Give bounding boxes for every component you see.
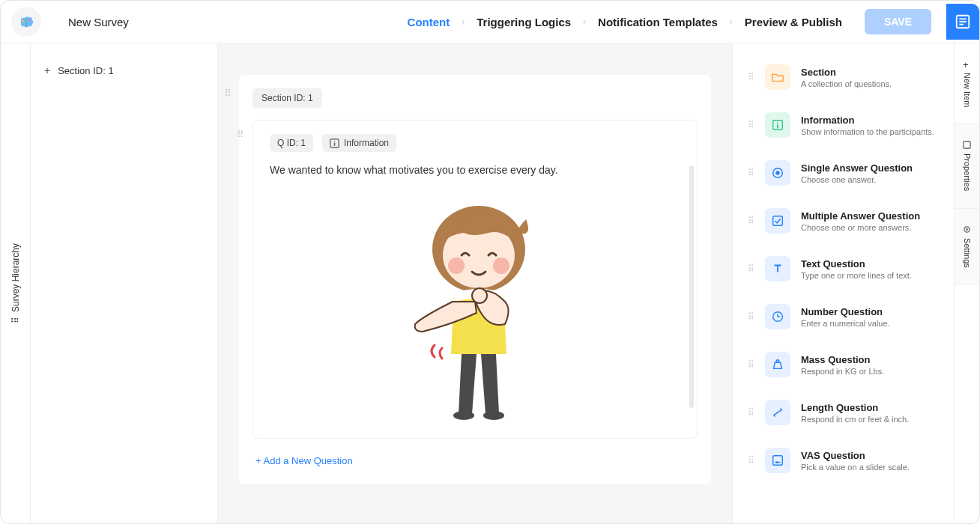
info-icon	[765, 112, 790, 138]
survey-canvas: ⠿ Section ID: 1 ⠿ Q ID: 1 Information	[218, 43, 732, 523]
section-id-badge: Section ID: 1	[252, 88, 322, 108]
svg-point-15	[483, 411, 504, 420]
item-text: Multiple Answer QuestionChoose one or mo…	[801, 210, 920, 232]
item-desc: Choose one or more answers.	[801, 223, 920, 232]
item-desc: Respond in cm or feet & inch.	[801, 415, 909, 424]
item-row-number[interactable]: ⠿Number QuestionEnter a numerical value.	[748, 304, 942, 329]
list-panel-icon	[955, 13, 971, 30]
question-text: We wanted to know what motivates you to …	[270, 164, 680, 176]
item-row-info[interactable]: ⠿InformationShow information to the part…	[748, 112, 942, 138]
survey-title: New Survey	[68, 16, 129, 28]
text-icon	[765, 256, 790, 281]
number-icon	[765, 304, 790, 329]
exercise-girl-icon	[393, 197, 557, 421]
item-text: Length QuestionRespond in cm or feet & i…	[801, 402, 909, 424]
folder-icon	[765, 64, 790, 90]
tab-content[interactable]: Content	[396, 16, 462, 28]
item-desc: Type one or more lines of text.	[801, 271, 912, 280]
item-row-text[interactable]: ⠿Text QuestionType one or more lines of …	[748, 256, 942, 281]
survey-hierarchy-panel: + Section ID: 1	[31, 43, 218, 523]
question-id-badge: Q ID: 1	[270, 134, 313, 152]
mass-icon	[765, 352, 790, 377]
item-text: InformationShow information to the parti…	[801, 115, 934, 136]
item-drag-handle[interactable]: ⠿	[748, 73, 754, 82]
check-icon	[765, 208, 790, 234]
item-drag-handle[interactable]: ⠿	[748, 456, 754, 465]
svg-point-0	[22, 20, 25, 22]
plus-icon: +	[44, 64, 50, 76]
question-type-badge: Information	[322, 134, 396, 152]
item-title: Single Answer Question	[801, 162, 913, 174]
save-button[interactable]: SAVE	[865, 9, 931, 34]
right-tab-label: Properties	[963, 153, 972, 191]
panel-toggle-button[interactable]	[946, 4, 979, 40]
hierarchy-icon: ⠿	[10, 317, 21, 323]
item-title: Mass Question	[801, 354, 884, 365]
right-tab-label: New Item	[963, 73, 972, 107]
right-tab-properties[interactable]: Properties	[955, 124, 979, 208]
main-layout: ⠿ Survey Hierarchy + Section ID: 1 ⠿ Sec…	[1, 43, 979, 523]
svg-point-12	[493, 258, 509, 274]
item-row-radio[interactable]: ⠿Single Answer QuestionChoose one answer…	[748, 160, 942, 186]
svg-rect-21	[773, 216, 783, 226]
item-drag-handle[interactable]: ⠿	[748, 312, 754, 321]
left-rail-label: ⠿ Survey Hierarchy	[10, 243, 21, 323]
plus-icon: +	[963, 60, 971, 68]
question-card[interactable]: ⠿ Q ID: 1 Information We wanted to know …	[252, 120, 698, 439]
item-title: Text Question	[801, 258, 912, 269]
item-desc: Choose one answer.	[801, 175, 913, 184]
item-row-vas[interactable]: ⠿VAS QuestionPick a value on a slider sc…	[748, 448, 942, 473]
add-question-button[interactable]: + Add a New Question	[252, 455, 698, 466]
hierarchy-section-item[interactable]: + Section ID: 1	[44, 64, 204, 76]
item-row-length[interactable]: ⠿Length QuestionRespond in cm or feet & …	[748, 400, 942, 425]
question-drag-handle[interactable]: ⠿	[237, 130, 244, 139]
svg-rect-24	[773, 456, 783, 466]
item-desc: Show information to the participants.	[801, 127, 934, 136]
tab-notification-templates[interactable]: Notification Templates	[586, 16, 730, 28]
right-tab-settings[interactable]: Settings	[955, 209, 979, 285]
item-text: VAS QuestionPick a value on a slider sca…	[801, 450, 910, 472]
left-rail[interactable]: ⠿ Survey Hierarchy	[1, 43, 31, 523]
item-text: SectionA collection of questions.	[801, 67, 892, 88]
item-title: Information	[801, 115, 934, 126]
item-row-folder[interactable]: ⠿SectionA collection of questions.	[748, 64, 942, 90]
item-title: Multiple Answer Question	[801, 210, 920, 222]
svg-point-11	[448, 258, 465, 274]
svg-point-14	[453, 411, 474, 420]
item-desc: Enter a numerical value.	[801, 319, 890, 328]
item-drag-handle[interactable]: ⠿	[748, 360, 754, 369]
item-text: Mass QuestionRespond in KG or Lbs.	[801, 354, 884, 376]
item-drag-handle[interactable]: ⠿	[748, 216, 754, 225]
item-row-mass[interactable]: ⠿Mass QuestionRespond in KG or Lbs.	[748, 352, 942, 377]
svg-point-1	[28, 19, 31, 22]
question-header: Q ID: 1 Information	[270, 134, 680, 152]
item-text: Number QuestionEnter a numerical value.	[801, 306, 890, 328]
tab-triggering-logics[interactable]: Triggering Logics	[465, 16, 583, 28]
tab-preview-publish[interactable]: Preview & Publish	[733, 16, 854, 28]
app-header: New Survey Content › Triggering Logics ›…	[1, 1, 979, 43]
section-card[interactable]: Section ID: 1 ⠿ Q ID: 1 Information We w…	[239, 75, 711, 484]
radio-icon	[765, 160, 790, 186]
properties-icon	[963, 141, 971, 149]
svg-point-29	[966, 228, 968, 231]
svg-point-23	[776, 360, 779, 363]
right-tab-new-item[interactable]: + New Item	[955, 43, 979, 124]
right-tab-label: Settings	[963, 238, 972, 268]
item-desc: Pick a value on a slider scale.	[801, 463, 910, 472]
section-drag-handle[interactable]: ⠿	[224, 88, 232, 98]
question-type-label: Information	[344, 138, 389, 148]
item-title: VAS Question	[801, 450, 910, 461]
svg-point-26	[776, 461, 778, 463]
svg-point-13	[472, 288, 487, 303]
svg-rect-27	[964, 141, 970, 148]
question-scrollbar[interactable]	[689, 165, 694, 408]
item-drag-handle[interactable]: ⠿	[748, 168, 754, 177]
item-text: Single Answer QuestionChoose one answer.	[801, 162, 913, 184]
svg-point-20	[775, 171, 779, 174]
item-title: Length Question	[801, 402, 909, 413]
item-drag-handle[interactable]: ⠿	[748, 408, 754, 417]
item-drag-handle[interactable]: ⠿	[748, 121, 754, 130]
item-row-check[interactable]: ⠿Multiple Answer QuestionChoose one or m…	[748, 208, 942, 234]
item-drag-handle[interactable]: ⠿	[748, 264, 754, 273]
new-item-panel: ⠿SectionA collection of questions.⠿Infor…	[732, 43, 954, 523]
